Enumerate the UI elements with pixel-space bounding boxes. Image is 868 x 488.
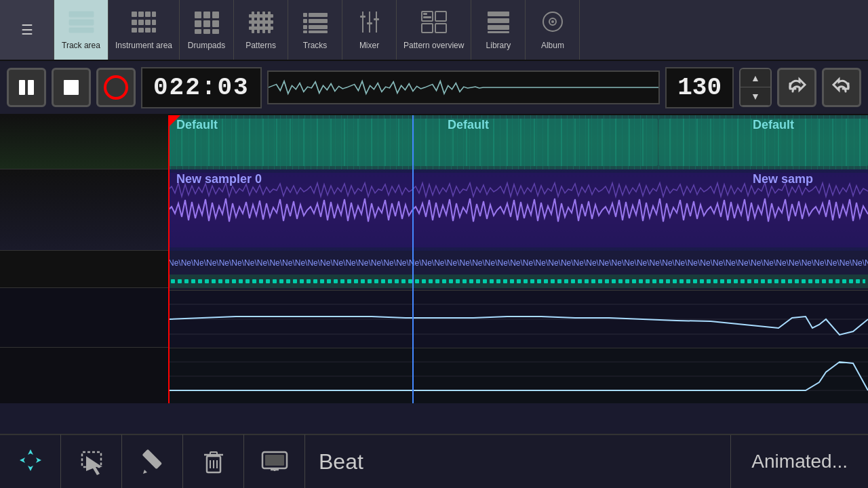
track1-label-mid: Default	[448, 118, 489, 132]
tool-select-button[interactable]	[61, 434, 122, 488]
track1-header	[0, 115, 168, 169]
nav-mixer[interactable]: Mixer	[342, 0, 397, 60]
bpm-updown-button[interactable]: ▲ ▼	[739, 68, 772, 107]
svg-rect-49	[423, 13, 427, 15]
tool-draw-button[interactable]	[122, 434, 183, 488]
dot	[774, 279, 778, 283]
dot	[585, 279, 589, 283]
dot	[720, 279, 724, 283]
stop-button[interactable]	[52, 68, 91, 107]
svg-rect-38	[309, 30, 328, 33]
dot	[449, 279, 453, 283]
ne-pattern-row: Ne\Ne\Ne\Ne\Ne\Ne\Ne\Ne\Ne\Ne\Ne\Ne\Ne\N…	[168, 251, 868, 274]
tool-move-button[interactable]	[0, 434, 61, 488]
dot	[510, 279, 514, 283]
dot	[245, 279, 250, 283]
hamburger-menu[interactable]: ☰	[0, 0, 54, 60]
dot	[652, 279, 656, 283]
svg-rect-31	[303, 13, 307, 17]
dot	[313, 279, 317, 283]
nav-tracks[interactable]: Tracks	[288, 0, 342, 60]
svg-rect-37	[309, 25, 328, 29]
dot	[618, 279, 623, 283]
playhead	[168, 115, 170, 403]
svg-rect-18	[195, 20, 201, 27]
dot	[673, 279, 677, 283]
svg-rect-33	[303, 25, 307, 29]
track1-label: Default	[176, 118, 218, 132]
svg-rect-19	[203, 20, 210, 27]
dot	[266, 279, 270, 283]
dot	[849, 279, 853, 283]
dot	[490, 279, 494, 283]
dot	[537, 279, 541, 283]
dot	[707, 279, 711, 283]
dot	[300, 279, 304, 283]
dot	[381, 279, 385, 283]
bottom-toolbar: Beat Animated...	[0, 434, 868, 488]
pause-button[interactable]	[7, 68, 46, 107]
bpm-up-button[interactable]: ▲	[741, 69, 770, 87]
track3-header	[0, 251, 168, 288]
nav-drumpads[interactable]: Drumpads	[180, 0, 234, 60]
svg-rect-16	[203, 12, 210, 18]
tool-delete-button[interactable]	[183, 434, 244, 488]
svg-rect-35	[309, 13, 328, 17]
waveform-display	[267, 70, 660, 104]
dot	[863, 279, 865, 283]
svg-rect-20	[212, 20, 219, 27]
drumpads-icon	[193, 10, 220, 37]
bpm-display: 130	[665, 67, 734, 108]
nav-album[interactable]: Album	[526, 0, 580, 60]
dot	[205, 279, 209, 283]
svg-rect-21	[195, 29, 201, 34]
dot	[551, 279, 555, 283]
svg-rect-5	[145, 12, 151, 17]
svg-rect-4	[138, 12, 144, 17]
tool-screen-button[interactable]	[244, 434, 305, 488]
record-button[interactable]	[96, 68, 136, 107]
nav-patterns[interactable]: Patterns	[234, 0, 288, 60]
dot	[340, 279, 344, 283]
position-line	[412, 115, 414, 403]
dot	[700, 279, 704, 283]
track2-label-right: New samp	[753, 172, 813, 186]
dot	[524, 279, 528, 283]
automation2-svg	[168, 348, 868, 403]
nav-track-area[interactable]: Track area	[54, 0, 108, 60]
dot	[605, 279, 609, 283]
svg-rect-48	[435, 24, 446, 33]
track2-label: New sampler 0	[176, 172, 262, 186]
svg-rect-52	[488, 18, 509, 23]
dot	[496, 279, 500, 283]
dot	[273, 279, 277, 283]
nav-pattern-overview[interactable]: Pattern overview	[397, 0, 471, 60]
redo-button[interactable]	[822, 68, 861, 107]
dot	[571, 279, 575, 283]
dot	[795, 279, 799, 283]
svg-rect-8	[138, 20, 144, 25]
svg-rect-2	[69, 28, 94, 33]
dot	[741, 279, 745, 283]
nav-instrument-area[interactable]: Instrument area	[108, 0, 180, 60]
undo-button[interactable]	[777, 68, 816, 107]
dot	[259, 279, 263, 283]
svg-rect-1	[69, 20, 94, 25]
animated-button[interactable]: Animated...	[730, 435, 868, 488]
dot	[184, 279, 189, 283]
svg-rect-34	[303, 30, 307, 33]
dot	[347, 279, 351, 283]
svg-rect-59	[28, 80, 34, 95]
automation2-header	[0, 348, 168, 403]
bpm-down-button[interactable]: ▼	[741, 87, 770, 106]
dot	[198, 279, 202, 283]
dot	[781, 279, 785, 283]
dot	[598, 279, 602, 283]
dot	[578, 279, 582, 283]
nav-library[interactable]: Library	[471, 0, 526, 60]
svg-rect-14	[152, 28, 156, 33]
nav-pattern-overview-label: Pattern overview	[403, 41, 464, 50]
nav-tracks-label: Tracks	[303, 41, 328, 50]
svg-rect-9	[145, 20, 151, 25]
svg-rect-13	[145, 28, 151, 33]
